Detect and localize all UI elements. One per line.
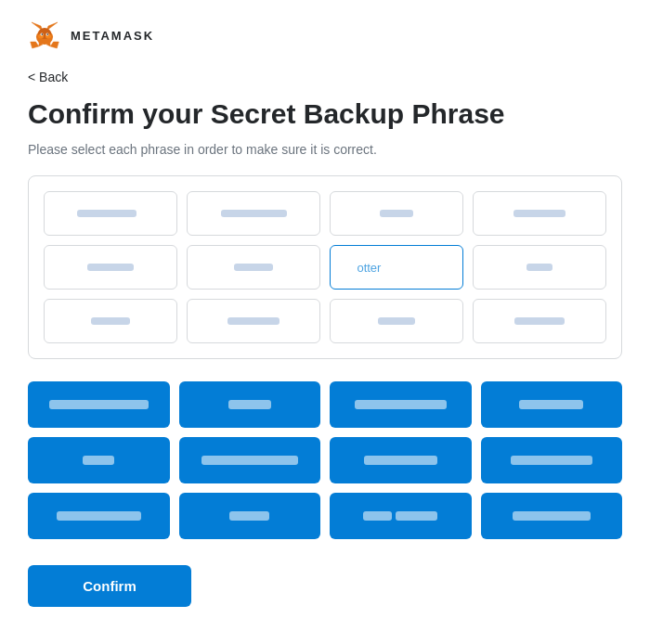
word-button-8[interactable]	[481, 437, 623, 483]
phrase-slot-1[interactable]	[44, 191, 177, 236]
phrase-slot-6[interactable]	[187, 245, 320, 290]
slot-content-2	[221, 210, 287, 217]
back-link[interactable]: < Back	[28, 70, 68, 84]
slot-content-4	[514, 210, 566, 217]
slot-content-7: otter	[357, 261, 436, 275]
word-button-3[interactable]	[330, 381, 472, 428]
svg-marker-2	[50, 42, 58, 48]
slot-content-8	[526, 264, 552, 271]
phrase-slot-12[interactable]	[473, 299, 606, 343]
phrase-slot-4[interactable]	[473, 191, 606, 236]
metamask-fox-icon	[28, 19, 61, 52]
word-mask-5	[83, 456, 114, 465]
phrase-slot-2[interactable]	[187, 191, 320, 236]
phrase-slot-3[interactable]	[330, 191, 463, 236]
word-mask-12	[513, 511, 591, 521]
word-mask-10	[229, 511, 269, 521]
page-title: Confirm your Secret Backup Phrase	[28, 97, 622, 131]
word-button-12[interactable]	[481, 493, 623, 539]
word-mask-2	[228, 400, 271, 409]
word-bank-grid	[28, 381, 622, 539]
word-button-7[interactable]	[330, 437, 472, 483]
slot-content-9	[91, 317, 131, 325]
word-mask-3	[355, 400, 447, 409]
svg-point-15	[47, 33, 49, 35]
word-button-4[interactable]	[481, 381, 623, 428]
slot-content-12	[514, 317, 565, 325]
slot-content-3	[380, 210, 413, 217]
word-mask-9	[57, 511, 142, 521]
slot-content-5	[87, 264, 134, 271]
slot-content-11	[378, 317, 415, 325]
phrase-slot-8[interactable]	[473, 245, 606, 290]
word-mask-4	[519, 400, 583, 409]
phrase-drop-area: otter	[28, 175, 622, 359]
phrase-slot-9[interactable]	[44, 299, 177, 343]
confirm-button[interactable]: Confirm	[28, 565, 191, 607]
word-mask-1	[49, 400, 149, 409]
slot-content-10	[228, 317, 280, 325]
phrase-slot-10[interactable]	[187, 299, 320, 343]
word-mask-7	[364, 456, 437, 465]
phrase-slot-5[interactable]	[44, 245, 177, 290]
slot-content-6	[234, 264, 274, 271]
word-button-6[interactable]	[179, 437, 321, 483]
word-button-5[interactable]	[28, 437, 170, 483]
word-button-11[interactable]	[330, 493, 472, 539]
word-mask-11b	[396, 511, 438, 521]
word-button-10[interactable]	[179, 493, 321, 539]
svg-point-14	[42, 33, 44, 35]
word-mask-6	[202, 456, 298, 465]
logo-text: METAMASK	[71, 29, 154, 43]
word-mask-8	[511, 456, 592, 465]
word-mask-11a	[363, 511, 392, 521]
slot-content-1	[77, 210, 136, 217]
word-button-9[interactable]	[28, 493, 170, 539]
svg-marker-3	[31, 42, 39, 48]
phrase-slots-grid: otter	[44, 191, 606, 343]
phrase-slot-7[interactable]: otter	[330, 245, 463, 290]
subtitle: Please select each phrase in order to ma…	[28, 142, 622, 157]
word-button-2[interactable]	[179, 381, 321, 428]
phrase-slot-11[interactable]	[330, 299, 463, 343]
header: METAMASK	[28, 19, 622, 52]
word-button-1[interactable]	[28, 381, 170, 428]
